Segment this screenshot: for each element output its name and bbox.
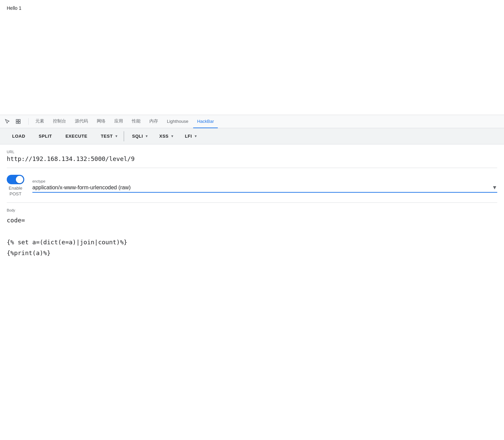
svg-rect-0 bbox=[16, 119, 18, 121]
body-line-1 bbox=[7, 226, 497, 237]
page-content: Hello 1 bbox=[0, 0, 504, 115]
hackbar-toolbar: LOAD SPLIT EXECUTE TEST ▼ SQLI ▼ XSS ▼ L… bbox=[0, 128, 504, 144]
tab-memory[interactable]: 内存 bbox=[145, 115, 162, 128]
tab-performance[interactable]: 性能 bbox=[128, 115, 145, 128]
sqli-label: SQLI bbox=[132, 134, 143, 139]
lfi-dropdown-button[interactable]: LFI ▼ bbox=[178, 128, 201, 144]
tab-network[interactable]: 网络 bbox=[93, 115, 110, 128]
enable-post-toggle[interactable] bbox=[7, 175, 24, 184]
url-label: URL bbox=[7, 150, 497, 154]
test-label: TEST bbox=[101, 134, 113, 139]
hackbar-content: URL http://192.168.134.132:5000/level/9 … bbox=[0, 144, 504, 264]
post-section: EnablePOST enctype application/x-www-for… bbox=[7, 168, 497, 202]
tab-lighthouse[interactable]: Lighthouse bbox=[163, 115, 192, 128]
body-section: Body code= {% set a=(dict(e=a)|join|coun… bbox=[7, 202, 497, 264]
sqli-dropdown-button[interactable]: SQLI ▼ bbox=[125, 128, 153, 144]
toggle-track bbox=[7, 175, 24, 184]
hello-text: Hello 1 bbox=[7, 5, 22, 11]
enctype-select[interactable]: application/x-www-form-urlencoded (raw) … bbox=[32, 185, 492, 190]
execute-button[interactable]: EXECUTE bbox=[59, 128, 94, 144]
body-line-0: code= bbox=[7, 215, 497, 226]
cursor-icon[interactable] bbox=[3, 117, 12, 126]
svg-rect-2 bbox=[16, 122, 18, 123]
xss-dropdown-arrow: ▼ bbox=[171, 134, 174, 138]
devtools-bar: 元素 控制台 源代码 网络 应用 性能 内存 Lighthouse HackBa… bbox=[0, 115, 504, 128]
tab-elements[interactable]: 元素 bbox=[31, 115, 48, 128]
enctype-label: enctype bbox=[32, 179, 497, 183]
devtools-icons bbox=[3, 117, 23, 126]
enctype-section: enctype application/x-www-form-urlencode… bbox=[32, 179, 497, 193]
enable-post-label: EnablePOST bbox=[9, 186, 22, 197]
xss-dropdown-button[interactable]: XSS ▼ bbox=[152, 128, 178, 144]
load-button[interactable]: LOAD bbox=[5, 128, 32, 144]
lfi-label: LFI bbox=[185, 134, 192, 139]
svg-rect-3 bbox=[19, 122, 20, 123]
enable-post-toggle-container: EnablePOST bbox=[7, 175, 24, 197]
url-value[interactable]: http://192.168.134.132:5000/level/9 bbox=[7, 155, 497, 162]
svg-rect-1 bbox=[19, 119, 20, 121]
body-line-3: {%print(a)%} bbox=[7, 248, 497, 258]
tab-application[interactable]: 应用 bbox=[110, 115, 127, 128]
url-section: URL http://192.168.134.132:5000/level/9 bbox=[7, 144, 497, 168]
body-line-2: {% set a=(dict(e=a)|join|count)%} bbox=[7, 237, 497, 248]
tab-hackbar[interactable]: HackBar bbox=[193, 115, 218, 128]
tab-console[interactable]: 控制台 bbox=[49, 115, 70, 128]
toolbar-divider bbox=[28, 118, 29, 125]
enctype-dropdown-arrow: ▼ bbox=[492, 185, 497, 191]
split-button[interactable]: SPLIT bbox=[32, 128, 59, 144]
enctype-select-wrapper: application/x-www-form-urlencoded (raw) … bbox=[32, 185, 497, 193]
test-dropdown-arrow: ▼ bbox=[115, 134, 118, 138]
lfi-dropdown-arrow: ▼ bbox=[194, 134, 197, 138]
toolbar-separator bbox=[124, 131, 124, 141]
test-dropdown-button[interactable]: TEST ▼ bbox=[94, 128, 122, 144]
inspect-icon[interactable] bbox=[13, 117, 23, 126]
body-label: Body bbox=[7, 208, 497, 212]
xss-label: XSS bbox=[159, 134, 169, 139]
sqli-dropdown-arrow: ▼ bbox=[145, 134, 148, 138]
toggle-thumb bbox=[16, 176, 23, 183]
body-content[interactable]: code= {% set a=(dict(e=a)|join|count)%} … bbox=[7, 215, 497, 259]
tab-source[interactable]: 源代码 bbox=[71, 115, 92, 128]
